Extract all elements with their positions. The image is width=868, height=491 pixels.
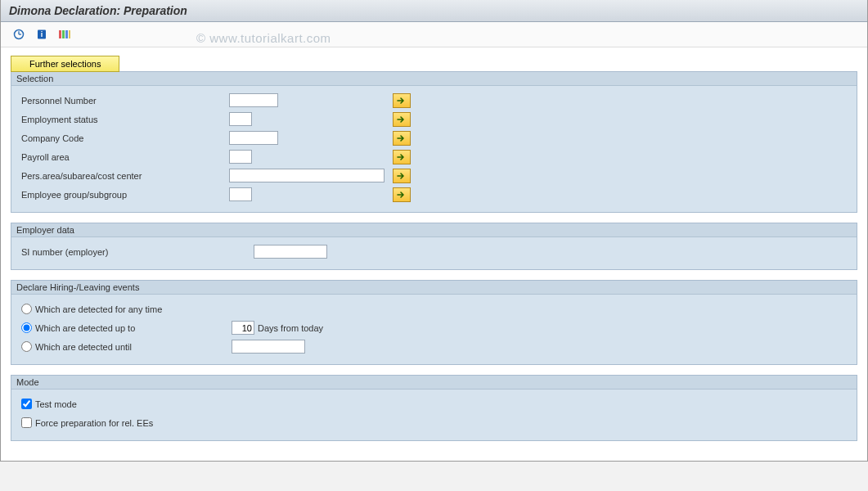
field-pers-area: Pers.area/subarea/cost center	[16, 166, 852, 185]
label-personnel-number: Personnel Number	[16, 96, 229, 106]
multi-selection-employment-status[interactable]	[393, 112, 411, 127]
field-employee-group: Employee group/subgroup	[16, 185, 852, 204]
label-employee-group: Employee group/subgroup	[16, 190, 229, 200]
info-icon[interactable]: i	[34, 27, 50, 42]
label-test-mode: Test mode	[35, 399, 77, 409]
radio-row-up-to: Which are detected up to Days from today	[16, 318, 852, 337]
label-until: Which are detected until	[35, 342, 232, 352]
app-window: Dimona Declaration: Preparation © www.tu…	[0, 0, 868, 462]
group-declare-events: Declare Hiring-/Leaving events Which are…	[11, 280, 857, 365]
check-row-test-mode: Test mode	[16, 394, 852, 413]
multi-selection-pers-area[interactable]	[393, 169, 411, 183]
svg-rect-6	[62, 30, 65, 38]
label-employment-status: Employment status	[16, 115, 229, 124]
input-company-code[interactable]	[229, 131, 278, 145]
label-pers-area: Pers.area/subarea/cost center	[16, 171, 229, 181]
field-si-number: SI number (employer)	[16, 242, 852, 261]
group-selection: Selection Personnel Number Employment st…	[11, 71, 857, 213]
multi-selection-employee-group[interactable]	[393, 187, 411, 202]
multi-selection-payroll-area[interactable]	[393, 150, 411, 164]
input-payroll-area[interactable]	[229, 150, 252, 164]
radio-row-any-time: Which are detected for any time	[16, 300, 852, 318]
radio-up-to[interactable]	[21, 322, 32, 333]
label-payroll-area: Payroll area	[16, 152, 229, 162]
input-personnel-number[interactable]	[229, 93, 278, 107]
label-up-to: Which are detected up to	[35, 323, 232, 333]
radio-any-time[interactable]	[21, 304, 32, 314]
group-title-declare: Declare Hiring-/Leaving events	[11, 281, 857, 295]
group-title-employer-data: Employer data	[11, 223, 857, 237]
page-title: Dimona Declaration: Preparation	[1, 0, 867, 22]
label-force-prep: Force preparation for rel. EEs	[35, 418, 153, 428]
input-employment-status[interactable]	[229, 112, 252, 126]
multi-selection-company-code[interactable]	[393, 131, 411, 146]
toolbar: i	[1, 22, 867, 47]
input-up-to-days[interactable]	[232, 321, 254, 335]
field-payroll-area: Payroll area	[16, 147, 852, 166]
group-title-selection: Selection	[11, 72, 857, 86]
label-up-to-suffix: Days from today	[258, 323, 323, 333]
execute-icon[interactable]	[11, 27, 27, 42]
svg-rect-5	[59, 30, 61, 38]
svg-rect-8	[69, 30, 70, 38]
group-title-mode: Mode	[11, 376, 857, 390]
multi-selection-personnel-number[interactable]	[393, 93, 411, 108]
svg-rect-7	[65, 30, 68, 38]
input-si-number[interactable]	[254, 245, 327, 259]
field-employment-status: Employment status	[16, 110, 852, 128]
checkbox-test-mode[interactable]	[21, 399, 32, 409]
group-mode: Mode Test mode Force preparation for rel…	[11, 375, 857, 441]
input-until-date[interactable]	[232, 340, 305, 354]
checkbox-force-prep[interactable]	[21, 417, 32, 428]
label-any-time: Which are detected for any time	[35, 304, 232, 314]
svg-text:i: i	[41, 30, 43, 38]
group-employer-data: Employer data SI number (employer)	[11, 223, 857, 270]
variant-icon[interactable]	[56, 27, 73, 42]
field-personnel-number: Personnel Number	[16, 91, 852, 110]
radio-row-until: Which are detected until	[16, 337, 852, 356]
label-si-number: SI number (employer)	[16, 247, 254, 257]
further-selections-button[interactable]: Further selections	[11, 56, 119, 72]
content-area: Further selections Selection Personnel N…	[1, 47, 867, 461]
check-row-force-prep: Force preparation for rel. EEs	[16, 413, 852, 432]
label-company-code: Company Code	[16, 133, 229, 143]
radio-until[interactable]	[21, 341, 32, 352]
input-pers-area[interactable]	[229, 169, 385, 182]
input-employee-group[interactable]	[229, 187, 252, 201]
field-company-code: Company Code	[16, 128, 852, 147]
